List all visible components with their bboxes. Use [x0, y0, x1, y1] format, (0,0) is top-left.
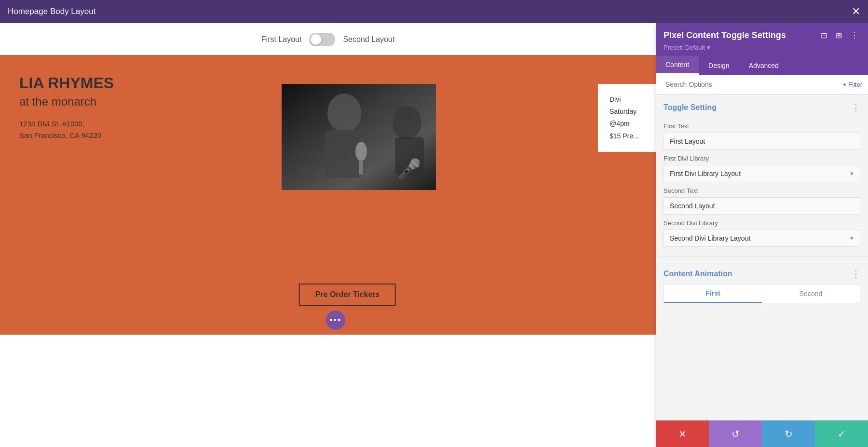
anim-tab-second[interactable]: Second: [762, 284, 860, 303]
second-divi-select-wrapper: Second Divi Library Layout: [664, 230, 860, 247]
first-layout-label: First Layout: [261, 35, 302, 44]
concert-info-box: DiviSaturday@4pm$15 Pre...: [598, 84, 656, 152]
ticket-button[interactable]: Pre Order Tickets: [299, 284, 396, 306]
first-divi-select[interactable]: First Divi Library Layout: [664, 165, 860, 182]
panel-body: + Filter Toggle Setting ⋮ First Text Fir…: [656, 75, 868, 420]
redo-button[interactable]: ↻: [762, 420, 815, 447]
tab-design[interactable]: Design: [699, 56, 739, 75]
svg-point-5: [393, 106, 421, 139]
layout-toggle-switch[interactable]: [309, 33, 335, 46]
content-animation-section-header: Content Animation ⋮: [656, 261, 868, 284]
content-animation-title: Content Animation: [664, 270, 732, 278]
second-divi-label: Second Divi Library: [664, 219, 860, 227]
search-bar: + Filter: [656, 75, 868, 95]
confirm-button[interactable]: ✓: [815, 420, 868, 447]
singer-image: [282, 84, 436, 190]
toggle-setting-section-header: Toggle Setting ⋮: [656, 95, 868, 118]
main-area: First Layout Second Layout LIA RHYMES at…: [0, 23, 868, 447]
close-button[interactable]: ✕: [852, 5, 860, 18]
panel-tabs: Content Design Advanced: [656, 56, 868, 75]
tab-content[interactable]: Content: [656, 56, 699, 75]
concert-info-text: DiviSaturday@4pm$15 Pre...: [610, 94, 644, 142]
svg-rect-4: [359, 160, 363, 175]
preview-area: First Layout Second Layout LIA RHYMES at…: [0, 23, 656, 447]
window-title: Homepage Body Layout: [8, 7, 95, 16]
panel-header-top: Pixel Content Toggle Settings ⊡ ⊞ ⋮: [664, 30, 860, 41]
svg-point-3: [355, 142, 367, 161]
undo-button[interactable]: ↺: [709, 420, 762, 447]
toggle-bar: First Layout Second Layout: [0, 23, 656, 55]
concert-photo: [282, 84, 436, 190]
toggle-setting-title: Toggle Setting: [664, 103, 717, 112]
dots-icon: •••: [330, 315, 342, 325]
svg-point-1: [327, 94, 361, 132]
toggle-knob: [311, 34, 321, 45]
panel-icon-group: ⊡ ⊞ ⋮: [819, 30, 860, 41]
panel-header: Pixel Content Toggle Settings ⊡ ⊞ ⋮ Pres…: [656, 23, 868, 56]
singer-svg: [282, 84, 436, 190]
preset-selector[interactable]: Preset: Default ▾: [664, 44, 860, 51]
animation-tabs: First Second: [664, 284, 860, 303]
svg-rect-6: [395, 137, 424, 176]
content-animation-more-button[interactable]: ⋮: [852, 269, 860, 279]
first-text-input[interactable]: [664, 133, 860, 150]
more-icon-button[interactable]: ⋮: [849, 30, 860, 41]
first-text-label: First Text: [664, 122, 860, 130]
concert-section: LIA RHYMES at the monarch: [0, 55, 656, 335]
more-options-button[interactable]: •••: [326, 311, 345, 330]
top-bar: Homepage Body Layout ✕: [0, 0, 868, 23]
tab-advanced[interactable]: Advanced: [739, 56, 788, 75]
second-divi-select[interactable]: Second Divi Library Layout: [664, 230, 860, 247]
anim-tab-first[interactable]: First: [664, 284, 762, 303]
first-divi-label: First Divi Library: [664, 155, 860, 162]
first-divi-select-wrapper: First Divi Library Layout: [664, 165, 860, 182]
panel-title: Pixel Content Toggle Settings: [664, 30, 786, 41]
columns-icon-button[interactable]: ⊞: [834, 30, 844, 41]
focus-icon-button[interactable]: ⊡: [819, 30, 829, 41]
bottom-action-bar: ✕ ↺ ↻ ✓: [656, 420, 868, 447]
filter-button[interactable]: + Filter: [843, 81, 862, 88]
second-layout-label: Second Layout: [343, 35, 394, 44]
toggle-setting-fields: First Text First Divi Library First Divi…: [656, 122, 868, 253]
cancel-button[interactable]: ✕: [656, 420, 709, 447]
settings-panel: Pixel Content Toggle Settings ⊡ ⊞ ⋮ Pres…: [656, 23, 868, 447]
search-input[interactable]: [662, 75, 843, 94]
toggle-setting-more-button[interactable]: ⋮: [852, 102, 860, 113]
second-text-input[interactable]: [664, 197, 860, 215]
second-text-label: Second Text: [664, 187, 860, 194]
divider-1: [656, 257, 868, 257]
